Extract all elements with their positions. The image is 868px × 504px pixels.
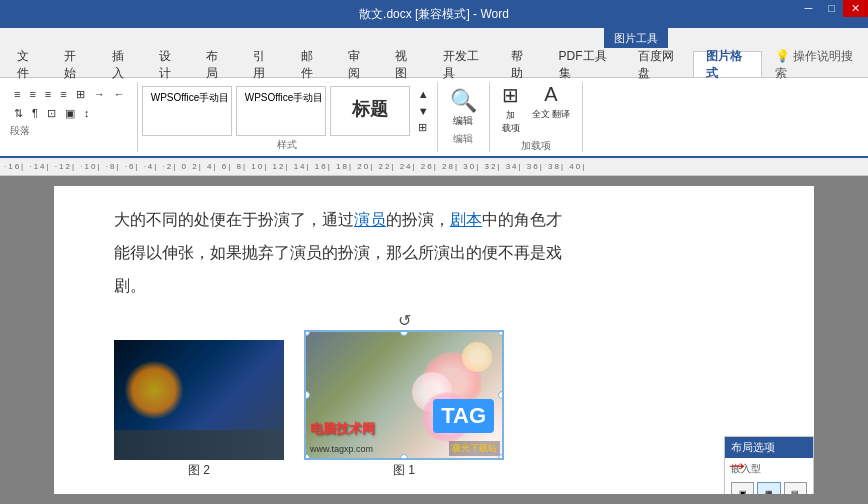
- edit-label: 编辑: [453, 132, 473, 146]
- translate-button[interactable]: A 全文 翻译: [528, 81, 575, 137]
- tab-design[interactable]: 设计: [146, 51, 193, 77]
- image2-outer: ↺ 电脑技术网 www.tagxp.com TAG 极光下载站: [304, 310, 504, 479]
- link-script[interactable]: 剧本: [450, 211, 482, 228]
- edit-group: 🔍 编辑 编辑: [438, 82, 490, 152]
- tab-layout[interactable]: 布局: [193, 51, 240, 77]
- handle-br[interactable]: [498, 454, 504, 460]
- translate-icon: A: [544, 83, 557, 106]
- style-item-1[interactable]: WPSOffice手动目: [142, 86, 232, 136]
- image1-caption: 图 2: [188, 462, 210, 479]
- tab-help[interactable]: 帮助: [498, 51, 545, 77]
- style-item-2[interactable]: WPSOffice手动目: [236, 86, 326, 136]
- para-group-label: 段落: [10, 124, 129, 138]
- image2-caption: 图 1: [393, 462, 415, 479]
- add-icon: ⊞: [502, 83, 519, 107]
- addpage-group: ⊞ 加 载项 A 全文 翻译 加载项: [490, 82, 584, 152]
- ruler-content: ·16| ·14| ·12| ·10| ·8| ·6| ·4| ·2| 0 2|…: [4, 162, 864, 171]
- para-line-2: 能得以伸张，如果抛弃了演员的扮演，那么所演出的便不再是戏: [114, 239, 754, 268]
- image1-container: 图 2: [114, 340, 284, 479]
- image2-url: www.tagxp.com: [310, 444, 373, 454]
- add-page-button[interactable]: ⊞ 加 载项: [498, 81, 524, 137]
- text-segment-1: 大的不同的处便在于扮演了，通过: [114, 211, 354, 228]
- sort-btn[interactable]: ⇅: [10, 105, 27, 122]
- align-left-btn[interactable]: ≡: [10, 86, 24, 103]
- minimize-button[interactable]: ─: [797, 0, 821, 17]
- indent-btn[interactable]: →: [90, 86, 109, 103]
- layout-icon-1[interactable]: ▣: [731, 482, 754, 494]
- tab-devtools[interactable]: 开发工具: [430, 51, 499, 77]
- picture-tools-bar: 图片工具: [0, 28, 868, 48]
- image1: [114, 340, 284, 460]
- rotate-handle-area: ↺: [398, 310, 411, 330]
- border-btn[interactable]: ⊡: [43, 105, 60, 122]
- image2-watermark: 电脑技术网: [310, 420, 375, 438]
- tab-picture-format[interactable]: 图片格式: [693, 51, 762, 77]
- tab-view[interactable]: 视图: [382, 51, 429, 77]
- text-segment-2: 的扮演，: [386, 211, 450, 228]
- edit-icon: 🔍: [450, 90, 477, 112]
- close-button[interactable]: ✕: [843, 0, 868, 17]
- tab-insert[interactable]: 插入: [99, 51, 146, 77]
- page: 大的不同的处便在于扮演了，通过演员的扮演，剧本中的角色才 能得以伸张，如果抛弃了…: [54, 186, 814, 494]
- align-right-btn[interactable]: ≡: [41, 86, 55, 103]
- style-area: WPSOffice手动目 WPSOffice手动目 标题 ▲ ▼ ⊞ 样式: [138, 82, 438, 152]
- tab-references[interactable]: 引用: [240, 51, 287, 77]
- text-segment-4: 能得以伸张，如果抛弃了演员的扮演，那么所演出的便不再是戏: [114, 244, 562, 261]
- align-center-btn[interactable]: ≡: [25, 86, 39, 103]
- doc-text-block: 大的不同的处便在于扮演了，通过演员的扮演，剧本中的角色才 能得以伸张，如果抛弃了…: [114, 206, 754, 300]
- maximize-button[interactable]: □: [820, 0, 843, 17]
- ribbon-content: ≡ ≡ ≡ ≡ ⊞ → ← ⇅ ¶ ⊡ ▣ ↕ 段落 WPSOffice手动目 …: [0, 78, 868, 158]
- style-scroll-down[interactable]: ▼: [414, 103, 433, 119]
- line-spacing-btn[interactable]: ↕: [80, 105, 94, 122]
- handle-bl[interactable]: [304, 454, 310, 460]
- edit-button[interactable]: 🔍 编辑: [446, 88, 481, 130]
- para-line-1: 大的不同的处便在于扮演了，通过演员的扮演，剧本中的角色才: [114, 206, 754, 235]
- tab-review[interactable]: 审阅: [335, 51, 382, 77]
- document-area: 大的不同的处便在于扮演了，通过演员的扮演，剧本中的角色才 能得以伸张，如果抛弃了…: [0, 176, 868, 504]
- ruler: ·16| ·14| ·12| ·10| ·8| ·6| ·4| ·2| 0 2|…: [0, 158, 868, 176]
- style-items-row: WPSOffice手动目 WPSOffice手动目 标题 ▲ ▼ ⊞: [142, 86, 433, 136]
- style-title-btn[interactable]: 标题: [330, 86, 410, 136]
- ribbon-tabs: 文件 开始 插入 设计 布局 引用 邮件 审阅 视图 开发工具 帮助 PDF工具…: [0, 48, 868, 78]
- text-segment-5: 剧。: [114, 277, 146, 294]
- shading-btn[interactable]: ▣: [61, 105, 79, 122]
- handle-bm[interactable]: [400, 454, 408, 460]
- para-mark-btn[interactable]: ¶: [28, 105, 42, 122]
- link-actor[interactable]: 演员: [354, 211, 386, 228]
- para-line-3: 剧。: [114, 272, 754, 301]
- image2-tag: TAG: [433, 399, 494, 433]
- image2-logo: 极光下载站: [449, 441, 500, 456]
- layout-options-row: ▣ ▦ ▤: [725, 480, 813, 494]
- justify-btn[interactable]: ≡: [56, 86, 70, 103]
- addtranslate-label: 加载项: [521, 139, 551, 153]
- handle-mr[interactable]: [498, 391, 504, 399]
- text-segment-3: 中的角色才: [482, 211, 562, 228]
- layout-icon-3[interactable]: ▤: [784, 482, 807, 494]
- tab-search[interactable]: 💡 操作说明搜索: [762, 51, 868, 77]
- title-bar-text: 散文.docx [兼容模式] - Word: [8, 6, 860, 23]
- tab-mail[interactable]: 邮件: [288, 51, 335, 77]
- outdent-btn[interactable]: ←: [110, 86, 129, 103]
- rotate-handle[interactable]: ↺: [398, 311, 411, 330]
- image2[interactable]: 电脑技术网 www.tagxp.com TAG 极光下载站: [304, 330, 504, 460]
- tab-pdf[interactable]: PDF工具集: [546, 51, 625, 77]
- style-expand[interactable]: ⊞: [414, 119, 433, 136]
- style-scroll-up[interactable]: ▲: [414, 86, 433, 102]
- tab-baidu[interactable]: 百度网盘: [625, 51, 694, 77]
- tab-file[interactable]: 文件: [4, 51, 51, 77]
- images-row: 图 2 ↺ 电脑技术网 www.tagxp.co: [114, 310, 754, 479]
- column-btn[interactable]: ⊞: [72, 86, 89, 103]
- picture-tools-label: 图片工具: [604, 28, 668, 48]
- layout-icon-2[interactable]: ▦: [757, 482, 780, 494]
- tab-home[interactable]: 开始: [51, 51, 98, 77]
- styles-label: 样式: [142, 138, 433, 152]
- red-arrow: →: [725, 451, 749, 479]
- title-bar: 散文.docx [兼容模式] - Word ─ □ ✕: [0, 0, 868, 28]
